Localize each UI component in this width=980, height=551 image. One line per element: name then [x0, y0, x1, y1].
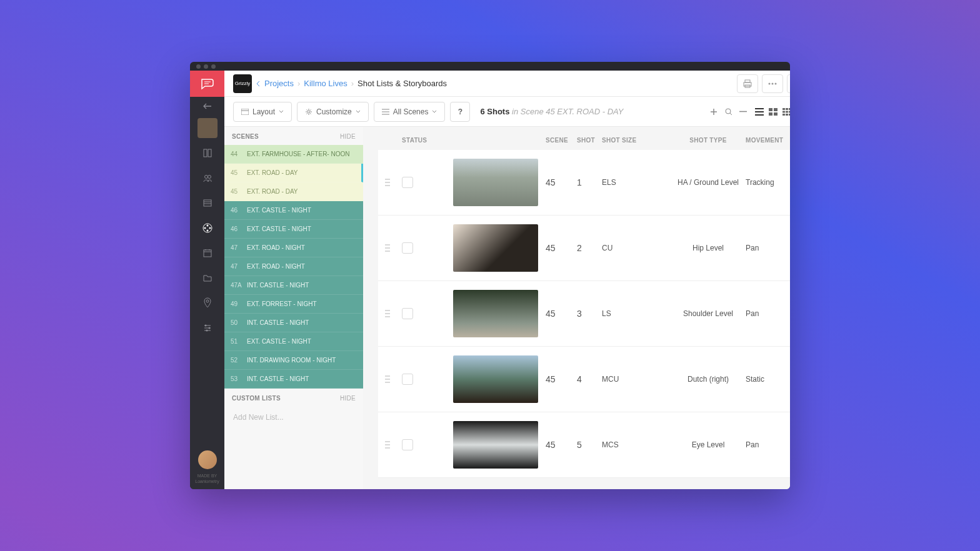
- scene-name: INT. CASTLE - NIGHT: [247, 319, 357, 326]
- sliders-icon[interactable]: [190, 315, 224, 340]
- topbar: Grizzly Projects › Killmo Lives › Shot L…: [224, 71, 790, 97]
- help-button[interactable]: ?: [450, 102, 470, 122]
- collapse-button[interactable]: [739, 111, 747, 112]
- scene-row[interactable]: 49EXT. FORREST - NIGHT: [224, 295, 363, 314]
- svg-rect-39: [789, 114, 790, 116]
- svg-rect-35: [786, 111, 788, 112]
- board-icon[interactable]: [190, 141, 224, 166]
- drag-handle-icon[interactable]: [378, 178, 397, 187]
- col-size: SHOT SIZE: [602, 137, 671, 144]
- scene-row[interactable]: 45EXT. ROAD - DAY: [224, 182, 363, 201]
- scene-row[interactable]: 47EXT. ROAD - NIGHT: [224, 239, 363, 257]
- workspace-badge[interactable]: Grizzly: [233, 74, 252, 93]
- scene-number: 50: [231, 319, 247, 326]
- shot-row[interactable]: 45 3 LS Shoulder Level Pan: [378, 281, 790, 347]
- shot-size: MCU: [602, 375, 671, 384]
- scene-number: 44: [231, 151, 247, 157]
- layout-button[interactable]: Layout: [233, 102, 292, 122]
- toolbar: Layout Customize All Scenes ? 6 Shots in…: [224, 97, 790, 127]
- calendar-icon[interactable]: [190, 241, 224, 266]
- shot-row[interactable]: 45 5 MCS Eye Level Pan: [378, 412, 790, 478]
- col-scene: SCENE: [546, 137, 577, 144]
- list-view-button[interactable]: [787, 74, 790, 93]
- zoom-button[interactable]: [724, 107, 733, 116]
- scene-number: 46: [231, 207, 247, 214]
- svg-point-9: [204, 227, 206, 229]
- shot-checkbox[interactable]: [402, 439, 413, 450]
- folder-icon[interactable]: [190, 266, 224, 290]
- svg-point-14: [206, 330, 208, 332]
- shot-type: Eye Level: [671, 440, 746, 449]
- scene-row[interactable]: 47AINT. CASTLE - NIGHT: [224, 276, 363, 295]
- shot-row[interactable]: 45 2 CU Hip Level Pan: [378, 216, 790, 281]
- print-button[interactable]: [737, 74, 758, 93]
- svg-rect-33: [789, 108, 790, 110]
- shot-checkbox[interactable]: [402, 242, 413, 254]
- hide-custom-button[interactable]: HIDE: [340, 395, 356, 402]
- scene-number: 47: [231, 244, 247, 251]
- user-avatar[interactable]: [198, 450, 217, 469]
- scenes-filter-button[interactable]: All Scenes: [374, 102, 446, 122]
- svg-rect-36: [789, 111, 790, 112]
- view-grid3-button[interactable]: [781, 106, 790, 118]
- more-button[interactable]: [762, 74, 783, 93]
- list-icon[interactable]: [190, 191, 224, 216]
- drag-handle-icon[interactable]: [378, 440, 397, 449]
- scene-row[interactable]: 45EXT. ROAD - DAY: [224, 164, 363, 182]
- svg-rect-10: [204, 250, 211, 257]
- shot-checkbox[interactable]: [402, 177, 413, 188]
- svg-rect-37: [782, 114, 785, 116]
- shot-type: HA / Ground Level: [671, 178, 746, 187]
- shot-thumbnail[interactable]: [453, 159, 538, 206]
- chevron-right-icon: ›: [351, 79, 354, 88]
- breadcrumb-project[interactable]: Killmo Lives: [304, 79, 347, 88]
- shot-row[interactable]: 45 4 MCU Dutch (right) Static: [378, 347, 790, 412]
- breadcrumb-projects[interactable]: Projects: [264, 79, 294, 88]
- drag-handle-icon[interactable]: [378, 309, 397, 318]
- shot-thumbnail[interactable]: [453, 355, 538, 403]
- scene-row[interactable]: 47EXT. ROAD - NIGHT: [224, 257, 363, 276]
- shot-checkbox[interactable]: [402, 308, 413, 319]
- scene-row[interactable]: 46EXT. CASTLE - NIGHT: [224, 220, 363, 239]
- chevron-left-icon: [256, 81, 261, 87]
- shot-thumbnail[interactable]: [453, 421, 538, 469]
- back-arrow-icon[interactable]: [190, 97, 224, 116]
- shot-scene: 45: [546, 309, 577, 319]
- shot-size: MCS: [602, 440, 671, 449]
- scene-row[interactable]: 51EXT. CASTLE - NIGHT: [224, 332, 363, 351]
- shot-row[interactable]: 45 1 ELS HA / Ground Level Tracking: [378, 150, 790, 216]
- reel-icon[interactable]: [190, 216, 224, 241]
- max-dot[interactable]: [211, 64, 216, 69]
- hide-scenes-button[interactable]: HIDE: [340, 133, 356, 140]
- shot-size: LS: [602, 309, 671, 318]
- add-shot-button[interactable]: [709, 107, 718, 116]
- project-avatar[interactable]: [198, 118, 218, 138]
- svg-point-12: [204, 325, 206, 327]
- close-dot[interactable]: [196, 64, 201, 69]
- shot-type: Shoulder Level: [671, 309, 746, 318]
- scene-row[interactable]: 46EXT. CASTLE - NIGHT: [224, 201, 363, 220]
- scene-row[interactable]: 44EXT. FARMHOUSE - AFTER- NOON: [224, 145, 363, 164]
- shot-checkbox[interactable]: [402, 374, 413, 385]
- svg-rect-38: [786, 114, 788, 116]
- view-list-button[interactable]: [753, 106, 766, 118]
- drag-handle-icon[interactable]: [378, 375, 397, 384]
- shot-thumbnail[interactable]: [453, 224, 538, 272]
- col-movement: MOVEMENT: [746, 137, 790, 144]
- team-icon[interactable]: [190, 166, 224, 191]
- location-icon[interactable]: [190, 290, 224, 315]
- min-dot[interactable]: [204, 64, 208, 69]
- scene-number: 52: [231, 357, 247, 364]
- scene-name: EXT. ROAD - NIGHT: [247, 244, 357, 251]
- app-logo[interactable]: [190, 71, 224, 97]
- add-list-input[interactable]: Add New List...: [224, 407, 363, 428]
- scene-number: 46: [231, 226, 247, 232]
- svg-rect-34: [782, 111, 785, 112]
- scene-row[interactable]: 52INT. DRAWING ROOM - NIGHT: [224, 351, 363, 370]
- view-grid2-button[interactable]: [767, 106, 779, 118]
- customize-button[interactable]: Customize: [297, 102, 369, 122]
- drag-handle-icon[interactable]: [378, 244, 397, 252]
- scene-row[interactable]: 53INT. CASTLE - NIGHT: [224, 370, 363, 389]
- scene-row[interactable]: 50INT. CASTLE - NIGHT: [224, 314, 363, 332]
- shot-thumbnail[interactable]: [453, 290, 538, 337]
